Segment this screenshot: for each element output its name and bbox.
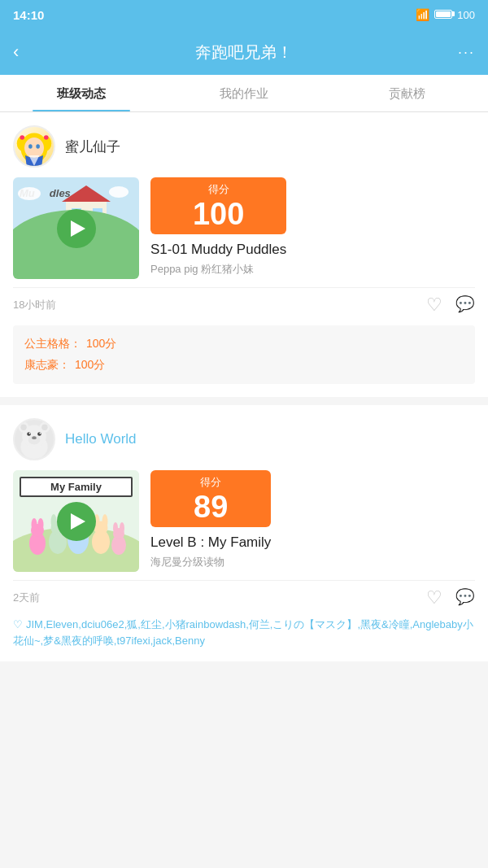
- svg-point-32: [38, 518, 44, 531]
- actions-row: 18小时前 ♡ 💬: [13, 287, 475, 319]
- content-row: Mu dles: [13, 177, 475, 279]
- post-card: 蜜儿仙子 Mu dles: [0, 112, 488, 397]
- comment-item: 公主格格： 100分: [24, 334, 464, 355]
- tab-bar: 班级动态 我的作业 贡献榜: [0, 75, 488, 112]
- svg-point-47: [113, 522, 118, 534]
- svg-point-20: [41, 425, 47, 430]
- book-subtitle: 海尼曼分级读物: [150, 555, 271, 569]
- comment-button[interactable]: 💬: [455, 587, 475, 608]
- svg-point-6: [20, 135, 24, 140]
- timestamp: 2天前: [13, 591, 40, 605]
- tab-contribution[interactable]: 贡献榜: [325, 75, 488, 111]
- svg-point-14: [109, 186, 129, 198]
- book-info: S1-01 Muddy Puddles Peppa pig 粉红猪小妹: [150, 241, 286, 277]
- heart-icon: ♡: [13, 618, 23, 630]
- svg-point-31: [32, 518, 37, 531]
- status-bar: 14:10 📶 100: [0, 0, 488, 29]
- like-button[interactable]: ♡: [426, 294, 442, 316]
- comment-score: 100分: [86, 337, 116, 351]
- avatar: [13, 125, 55, 168]
- comments-section: 公主格格： 100分 康志豪： 100分: [13, 325, 475, 384]
- battery-bar: [434, 10, 452, 19]
- user-row: Hello World: [13, 418, 475, 460]
- svg-marker-8: [62, 185, 111, 202]
- likes-text: ♡JIM,Eleven,dciu06e2,狐,红尘,小猪rainbowdash,…: [13, 617, 475, 648]
- svg-point-48: [120, 522, 124, 534]
- book-subtitle: Peppa pig 粉红猪小妹: [150, 262, 286, 277]
- action-icons: ♡ 💬: [426, 587, 475, 608]
- svg-point-7: [44, 135, 49, 140]
- svg-point-26: [39, 433, 41, 434]
- comment-name: 康志豪：: [24, 358, 70, 373]
- svg-point-24: [37, 432, 41, 436]
- post-card: Hello World: [0, 405, 488, 661]
- comment-item: 康志豪： 100分: [24, 355, 464, 376]
- back-button[interactable]: ‹: [13, 41, 39, 63]
- book-title: Level B : My Family: [150, 534, 271, 552]
- svg-point-4: [28, 144, 33, 149]
- battery-level: 100: [457, 9, 475, 21]
- likes-list: JIM,Eleven,dciu06e2,狐,红尘,小猪rainbowdash,何…: [13, 618, 473, 647]
- svg-point-19: [20, 425, 26, 430]
- avatar: [13, 418, 55, 460]
- action-icons: ♡ 💬: [426, 294, 475, 316]
- comment-score: 100分: [75, 358, 105, 373]
- svg-point-25: [29, 433, 31, 434]
- wifi-icon: 📶: [416, 8, 429, 21]
- score-info-col: 得分 100 S1-01 Muddy Puddles Peppa pig 粉红猪…: [150, 177, 286, 277]
- book-info: Level B : My Family 海尼曼分级读物: [150, 534, 271, 569]
- user-row: 蜜儿仙子: [13, 125, 475, 168]
- svg-point-35: [51, 514, 57, 529]
- tab-my-homework[interactable]: 我的作业: [163, 75, 325, 111]
- score-info-col: 得分 89 Level B : My Family 海尼曼分级读物: [150, 470, 271, 569]
- thumbnail-label: My Family: [20, 477, 133, 497]
- like-button[interactable]: ♡: [426, 587, 442, 608]
- score-label: 得分: [159, 475, 263, 490]
- feed: 蜜儿仙子 Mu dles: [0, 112, 488, 661]
- battery-fill: [436, 11, 451, 17]
- content-row: My Family 得分 89 Level B : My Family 海尼曼分…: [13, 470, 475, 572]
- thumbnail: My Family: [13, 470, 139, 572]
- score-badge: 得分 89: [150, 470, 271, 527]
- book-title: S1-01 Muddy Puddles: [150, 241, 286, 259]
- username: Hello World: [65, 431, 137, 447]
- play-triangle-icon: [71, 513, 85, 530]
- comment-button[interactable]: 💬: [455, 294, 475, 316]
- svg-point-5: [36, 144, 40, 149]
- play-button[interactable]: [57, 502, 96, 541]
- comment-name: 公主格格：: [24, 337, 81, 351]
- svg-point-23: [27, 432, 31, 436]
- score-badge: 得分 100: [150, 177, 286, 234]
- play-button[interactable]: [57, 209, 96, 248]
- battery-icon: [434, 9, 452, 21]
- score-number: 100: [159, 198, 278, 229]
- username: 蜜儿仙子: [65, 137, 120, 156]
- svg-point-22: [32, 436, 37, 439]
- play-triangle-icon: [71, 220, 85, 237]
- svg-point-44: [102, 514, 108, 529]
- actions-row: 2天前 ♡ 💬: [13, 580, 475, 612]
- status-icons: 📶 100: [416, 8, 475, 21]
- page-title: 奔跑吧兄弟！: [39, 41, 449, 63]
- status-time: 14:10: [13, 8, 44, 22]
- timestamp: 18小时前: [13, 298, 56, 312]
- tab-class-feed[interactable]: 班级动态: [0, 75, 163, 111]
- header: ‹ 奔跑吧兄弟！ ···: [0, 29, 488, 75]
- more-button[interactable]: ···: [449, 44, 475, 61]
- score-label: 得分: [159, 182, 278, 197]
- thumbnail: Mu dles: [13, 177, 139, 279]
- score-number: 89: [159, 491, 263, 522]
- svg-point-3: [24, 137, 44, 159]
- svg-point-13: [18, 187, 41, 200]
